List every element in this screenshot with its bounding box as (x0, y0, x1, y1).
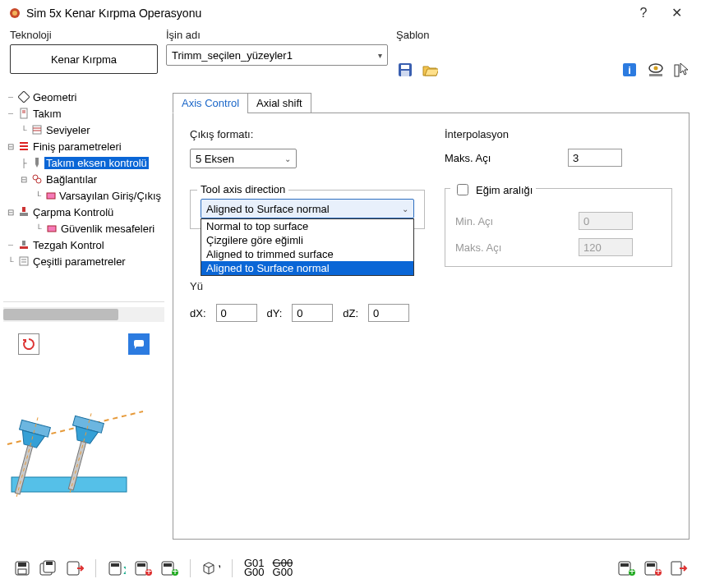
max-angle-label: Maks. Açı (445, 152, 568, 164)
output-format-label: Çıkış formatı: (190, 128, 425, 140)
template-label: Şablon (396, 29, 439, 41)
tree-item[interactable]: ┄Tezgah Kontrol (3, 237, 164, 253)
preview-eye-icon[interactable] (647, 61, 665, 79)
output-format-combo[interactable]: 5 Eksen ⌄ (190, 149, 297, 168)
tree-horizontal-scrollbar[interactable] (3, 307, 164, 322)
tilt-range-label: Eğim aralığı (476, 184, 533, 196)
svg-rect-64 (620, 563, 629, 567)
tree-item[interactable]: └Güvenlik mesafeleri (3, 220, 164, 237)
svg-rect-10 (675, 65, 679, 76)
svg-text:i: i (628, 64, 631, 76)
interpolation-label: İnterpolasyon (445, 128, 672, 140)
tilt-range-checkbox[interactable] (457, 184, 468, 195)
tree-item[interactable]: ┄Geometri (3, 89, 164, 105)
footer-save-green-icon[interactable]: + (617, 559, 635, 577)
svg-rect-3 (401, 65, 409, 69)
tree-item[interactable]: ⊟Çarpma Kontrolü (3, 204, 164, 220)
svg-rect-45 (18, 563, 26, 567)
max-angle-input[interactable] (568, 149, 622, 167)
svg-text:+: + (629, 565, 635, 577)
job-name-label: İşin adı (166, 29, 388, 41)
svg-rect-55 (137, 563, 145, 567)
close-button[interactable]: ✕ (660, 5, 693, 21)
svg-rect-28 (48, 226, 56, 232)
open-template-icon[interactable] (421, 61, 439, 79)
chevron-down-icon: ▾ (378, 51, 382, 60)
tool-axis-group-label: Tool axis direction (197, 183, 288, 195)
dx-input[interactable] (216, 304, 257, 322)
svg-rect-31 (22, 241, 25, 246)
svg-rect-52 (111, 563, 119, 567)
svg-rect-11 (18, 91, 30, 103)
pick-cursor-icon[interactable] (673, 61, 691, 79)
svg-point-8 (654, 67, 658, 71)
svg-text:+: + (172, 565, 178, 577)
help-button[interactable]: ? (627, 6, 660, 21)
svg-rect-26 (22, 207, 25, 212)
technology-button[interactable]: Kenar Kırpma (10, 44, 158, 74)
min-angle-label: Min. Açı (455, 215, 579, 227)
dz-input[interactable] (368, 304, 409, 322)
min-angle-input (579, 212, 633, 230)
svg-rect-35 (134, 340, 144, 347)
footer-save-red-icon[interactable]: + (643, 559, 662, 577)
separator (95, 559, 96, 577)
dy-input[interactable] (292, 304, 333, 322)
cube-dropdown-icon[interactable]: ▾ (202, 559, 220, 577)
reset-rotation-button[interactable] (18, 333, 39, 355)
tab-axial-shift[interactable]: Axial shift (247, 93, 311, 113)
svg-rect-24 (47, 193, 55, 199)
save-plus-icon[interactable]: + (160, 559, 178, 577)
svg-rect-12 (21, 108, 27, 118)
technology-label: Teknoloji (10, 29, 158, 41)
tree-item[interactable]: ⊟Bağlantılar (3, 171, 164, 187)
svg-point-23 (36, 178, 41, 183)
tab-axis-control[interactable]: Axis Control (173, 93, 248, 113)
tree-item[interactable]: └Varsayılan Giriş/Çıkış (3, 187, 164, 204)
footer-exit-icon[interactable] (670, 559, 688, 577)
tool-preview-image (3, 399, 151, 531)
dz-label: dZ: (343, 307, 358, 319)
chevron-down-icon: ⌄ (402, 204, 408, 214)
svg-rect-46 (18, 569, 26, 574)
svg-rect-15 (33, 126, 41, 134)
chat-button[interactable] (128, 333, 150, 355)
tree-item[interactable]: └Seviyeler (3, 122, 164, 138)
svg-rect-30 (20, 246, 28, 249)
max-angle-2-input (579, 238, 633, 256)
gcode-g00-button[interactable]: G00G00 (273, 559, 293, 577)
chevron-down-icon: ⌄ (284, 154, 291, 163)
dropdown-option-highlighted[interactable]: Aligned to Surface normal (201, 261, 413, 275)
tree-item[interactable]: ⊟Finiş parametreleri (3, 138, 164, 154)
save-all-icon[interactable] (39, 559, 58, 577)
info-icon[interactable]: i (620, 61, 639, 79)
job-name-combo[interactable]: Trimm_seçilen_yüzeyler1 ▾ (166, 44, 388, 66)
svg-rect-37 (12, 477, 127, 492)
app-icon (8, 7, 21, 20)
dropdown-option[interactable]: Normal to top surface (201, 219, 413, 233)
save-template-icon[interactable] (396, 61, 414, 79)
svg-rect-32 (20, 257, 28, 265)
svg-rect-21 (35, 158, 39, 164)
tree-item-selected[interactable]: ├Takım eksen kontrolü (3, 154, 164, 171)
svg-rect-59 (164, 563, 172, 567)
save-calc-icon[interactable]: Σ (108, 559, 126, 577)
save-exit-icon[interactable] (66, 559, 84, 577)
navigation-tree: ┄Geometri ┄Takım └Seviyeler ⊟Finiş param… (3, 89, 164, 302)
tree-item[interactable]: └Çeşitli parametreler (3, 253, 164, 269)
window-title: Sim 5x Kenar Kırpma Operasyonu (26, 7, 627, 20)
save-icon[interactable] (13, 559, 31, 577)
svg-text:+: + (655, 565, 662, 577)
gcode-g01-button[interactable]: G01G00 (244, 559, 265, 577)
svg-rect-50 (67, 562, 79, 575)
tree-item[interactable]: ┄Takım (3, 105, 164, 122)
save-add-icon[interactable]: + (134, 559, 152, 577)
tool-axis-combo[interactable]: Aligned to Surface normal ⌄ (201, 199, 414, 218)
dy-label: dY: (267, 307, 283, 319)
dropdown-option[interactable]: Aligned to trimmed surface (201, 247, 413, 261)
separator (232, 559, 233, 577)
dx-label: dX: (190, 307, 206, 319)
dropdown-option[interactable]: Çizgilere göre eğimli (201, 233, 413, 247)
svg-text:+: + (145, 565, 152, 577)
tool-axis-dropdown-list: Normal to top surface Çizgilere göre eği… (201, 218, 414, 276)
